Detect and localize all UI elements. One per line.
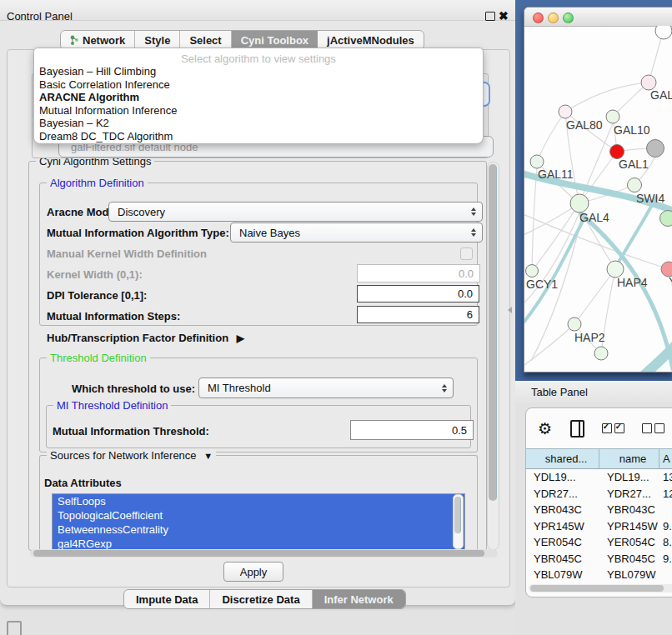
table-body[interactable]: YDL19...YDL19...13 YDR27...YDR27...12 YB… xyxy=(526,469,672,585)
node-gal4[interactable] xyxy=(570,194,589,212)
hub-definition-expander[interactable]: Hub/Transcription Factor Definition ▶ xyxy=(47,332,244,344)
scrollbar-thumb[interactable] xyxy=(33,550,484,557)
table-row[interactable]: YBR045CYBR045C9. xyxy=(526,551,672,568)
sources-expander[interactable]: Sources for Network Inference ▼ xyxy=(47,449,216,462)
expander-label: Sources for Network Inference xyxy=(50,449,197,462)
table-horizontal-scrollbar[interactable] xyxy=(529,584,672,592)
combo-value: MI Threshold xyxy=(208,382,271,394)
node-gal80[interactable] xyxy=(559,105,572,118)
settings-vertical-scrollbar[interactable] xyxy=(487,162,499,550)
spinner-arrows-icon xyxy=(471,228,476,237)
popup-item[interactable]: Bayesian – Hill Climbing xyxy=(34,65,483,78)
column-header[interactable]: name xyxy=(599,449,659,468)
popup-item[interactable]: Basic Correlation Inference xyxy=(34,78,483,92)
table-row[interactable]: YER054CYER054C8. xyxy=(526,534,672,551)
group-title: Algorithm Definition xyxy=(47,177,148,189)
tab-select[interactable]: Select xyxy=(180,31,231,49)
float-window-icon[interactable] xyxy=(485,12,495,21)
table-row[interactable]: YDR27...YDR27...12 xyxy=(526,486,672,502)
node-labels: GAL GAL80 GAL10 GAL1 GAL11 SWI4 GAL4 GCY… xyxy=(526,88,672,344)
close-icon[interactable]: ✖ xyxy=(499,9,509,22)
scrollbar-thumb[interactable] xyxy=(454,497,461,533)
split-columns-icon[interactable] xyxy=(570,420,584,438)
tab-network[interactable]: Network xyxy=(61,31,135,49)
minimized-panel-icon[interactable] xyxy=(7,621,22,635)
minimize-traffic-light-icon[interactable] xyxy=(548,12,559,23)
node-gal10[interactable] xyxy=(606,110,619,123)
network-window-titlebar[interactable] xyxy=(524,8,672,27)
aracne-mode-combo[interactable]: Discovery xyxy=(108,202,483,222)
data-attributes-list[interactable]: SelfLoops TopologicalCoefficient Between… xyxy=(52,493,465,550)
svg-text:Y: Y xyxy=(669,275,672,288)
tab-impute-data[interactable]: Impute Data xyxy=(124,590,210,608)
field-value: 0.0 xyxy=(459,268,474,280)
list-item[interactable]: BetweennessCentrality xyxy=(53,522,464,537)
field-value: 6 xyxy=(467,308,473,321)
node-gray[interactable] xyxy=(647,140,664,158)
column-header[interactable]: shared... xyxy=(526,449,599,468)
field-value: 0.0 xyxy=(458,288,473,300)
mi-steps-field[interactable]: 6 xyxy=(357,306,479,323)
table-row[interactable]: YBL079WYBL079W xyxy=(526,567,672,583)
tab-discretize-data[interactable]: Discretize Data xyxy=(210,590,312,608)
select-all-columns-icon[interactable] xyxy=(602,423,624,433)
bottom-tabbar: Impute Data Discretize Data Infer Networ… xyxy=(123,589,406,609)
node-hap4[interactable] xyxy=(607,261,624,278)
field-value: 0.5 xyxy=(452,424,467,437)
node-gal1[interactable] xyxy=(610,145,624,159)
control-panel-titlebar[interactable] xyxy=(0,0,515,21)
network-canvas[interactable]: GAL GAL80 GAL10 GAL1 GAL11 SWI4 GAL4 GCY… xyxy=(524,26,672,372)
tab-cyni-toolbox[interactable]: Cyni Toolbox xyxy=(232,31,318,49)
list-item[interactable]: gal4RGexp xyxy=(53,537,464,550)
zoom-traffic-light-icon[interactable] xyxy=(563,12,574,23)
svg-text:HAP4: HAP4 xyxy=(617,276,648,289)
popup-item[interactable]: Bayesian – K2 xyxy=(34,117,483,130)
table-row[interactable]: YBR043CYBR043C xyxy=(526,502,672,518)
svg-text:GAL10: GAL10 xyxy=(614,123,650,137)
svg-text:SWI4: SWI4 xyxy=(636,192,664,205)
tab-style[interactable]: Style xyxy=(135,31,180,49)
tab-label: Style xyxy=(144,34,170,47)
list-item[interactable]: TopologicalCoefficient xyxy=(53,508,464,522)
list-item[interactable]: SelfLoops xyxy=(53,494,464,508)
node[interactable] xyxy=(594,347,608,360)
gear-icon[interactable]: ⚙ xyxy=(538,421,552,437)
table-row[interactable]: YPR145WYPR145W9. xyxy=(526,518,672,535)
popup-item-selected[interactable]: ARACNE Algorithm xyxy=(34,91,483,104)
mi-threshold-field[interactable]: 0.5 xyxy=(350,420,474,440)
list-vertical-scrollbar[interactable] xyxy=(453,494,464,549)
node-gal11[interactable] xyxy=(530,155,544,168)
mi-type-combo[interactable]: Naive Bayes xyxy=(230,222,483,242)
column-header[interactable]: A xyxy=(659,449,672,468)
tab-jactivemnodules[interactable]: jActiveMNodules xyxy=(318,31,424,49)
table-row[interactable]: YDL19...YDL19...13 xyxy=(526,469,672,486)
spinner-arrows-icon xyxy=(442,384,447,392)
node-hap2[interactable] xyxy=(568,318,581,331)
svg-text:GAL: GAL xyxy=(650,88,672,102)
kernel-width-field[interactable]: 0.0 xyxy=(357,264,480,282)
popup-item[interactable]: Mutual Information Inference xyxy=(34,104,483,118)
scrollbar-thumb[interactable] xyxy=(489,164,497,501)
node-table: shared... name A YDL19...YDL19...13 YDR2… xyxy=(526,448,672,585)
popup-item[interactable]: Dream8 DC_TDC Algorithm xyxy=(34,130,483,143)
table-panel: ⚙ shared... name A YDL19...YDL19...13 YD… xyxy=(525,408,672,598)
svg-text:GAL4: GAL4 xyxy=(579,211,609,224)
which-threshold-combo[interactable]: MI Threshold xyxy=(198,378,454,398)
node-gcy1[interactable] xyxy=(526,265,539,278)
panel-divider-collapse-arrow[interactable] xyxy=(508,307,512,313)
manual-kernel-checkbox[interactable] xyxy=(460,248,473,260)
tab-infer-network[interactable]: Infer Network xyxy=(313,590,405,608)
close-traffic-light-icon[interactable] xyxy=(533,12,544,23)
table-panel-titlebar[interactable]: Table Panel xyxy=(515,381,672,403)
settings-horizontal-scrollbar[interactable] xyxy=(30,549,498,558)
node-swi4[interactable] xyxy=(628,178,642,192)
dpi-tolerance-field[interactable]: 0.0 xyxy=(357,285,479,302)
tab-label: Network xyxy=(83,34,125,47)
node[interactable] xyxy=(655,26,672,39)
apply-button[interactable]: Apply xyxy=(223,562,283,582)
tab-label: jActiveMNodules xyxy=(327,34,414,47)
scrollbar-thumb[interactable] xyxy=(530,585,664,592)
deselect-all-columns-icon[interactable] xyxy=(642,423,664,433)
node[interactable] xyxy=(660,211,672,227)
network-view-window[interactable]: GAL GAL80 GAL10 GAL1 GAL11 SWI4 GAL4 GCY… xyxy=(524,7,672,372)
